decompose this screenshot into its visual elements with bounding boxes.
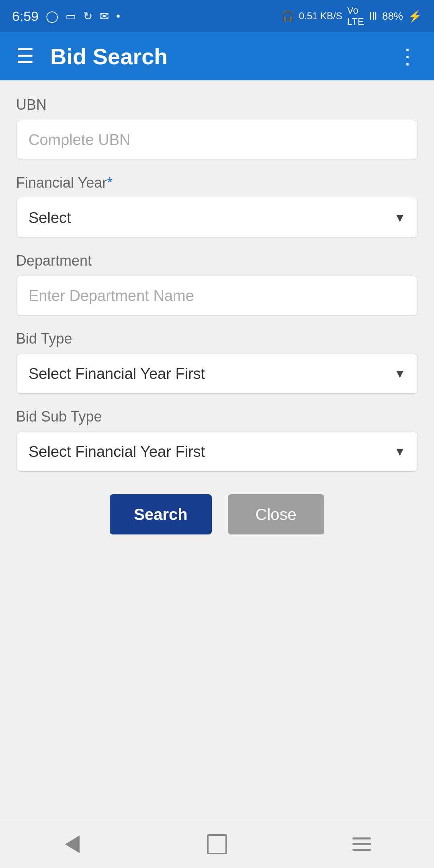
app-bar: ☰ Bid Search ⋮	[0, 32, 434, 80]
network-speed: 0.51 KB/S	[299, 11, 342, 21]
search-button[interactable]: Search	[110, 494, 211, 534]
bid-type-select[interactable]: Select Financial Year First	[16, 354, 418, 394]
menu-icon	[352, 837, 371, 851]
status-time: 6:59	[12, 8, 39, 24]
menu-button[interactable]	[342, 824, 382, 864]
ubn-input[interactable]	[16, 120, 418, 160]
bid-type-field-group: Bid Type Select Financial Year First ▼	[16, 330, 418, 394]
home-icon	[207, 834, 227, 854]
facebook-icon: ◯	[46, 10, 58, 23]
sync-icon: ↻	[83, 10, 92, 23]
bid-sub-type-select-wrapper: Select Financial Year First ▼	[16, 432, 418, 472]
financial-year-select-wrapper: Select 2024-25 2023-24 2022-23 2021-22 ▼	[16, 198, 418, 238]
status-left: 6:59 ◯ ▭ ↻ ✉ •	[12, 8, 120, 24]
financial-year-label: Financial Year*	[16, 174, 418, 191]
battery-level: 88%	[382, 10, 403, 23]
charging-icon: ⚡	[408, 10, 422, 23]
signal-bars: ⅠⅡ	[369, 10, 377, 23]
status-right: 🎧 0.51 KB/S VoLTE ⅠⅡ 88% ⚡	[281, 5, 422, 27]
ubn-field-group: UBN	[16, 96, 418, 160]
status-bar: 6:59 ◯ ▭ ↻ ✉ • 🎧 0.51 KB/S VoLTE ⅠⅡ 88% …	[0, 0, 434, 32]
hamburger-menu-icon[interactable]: ☰	[16, 46, 34, 66]
page-title: Bid Search	[50, 43, 397, 70]
ubn-label: UBN	[16, 96, 418, 113]
department-label: Department	[16, 252, 418, 269]
bid-type-select-wrapper: Select Financial Year First ▼	[16, 354, 418, 394]
buttons-row: Search Close	[16, 494, 418, 534]
main-content: UBN Financial Year* Select 2024-25 2023-…	[0, 80, 434, 685]
bid-sub-type-select[interactable]: Select Financial Year First	[16, 432, 418, 472]
financial-year-select[interactable]: Select 2024-25 2023-24 2022-23 2021-22	[16, 198, 418, 238]
bid-type-label: Bid Type	[16, 330, 418, 347]
financial-year-field-group: Financial Year* Select 2024-25 2023-24 2…	[16, 174, 418, 238]
required-star: *	[107, 174, 113, 191]
home-button[interactable]	[197, 824, 237, 864]
more-options-icon[interactable]: ⋮	[397, 44, 418, 68]
department-input[interactable]	[16, 276, 418, 316]
close-button[interactable]: Close	[228, 494, 324, 534]
bid-sub-type-field-group: Bid Sub Type Select Financial Year First…	[16, 408, 418, 472]
nav-bar	[0, 820, 434, 868]
mail-icon: ▭	[66, 10, 76, 23]
back-button[interactable]	[52, 824, 92, 864]
email-icon: ✉	[100, 10, 109, 23]
empty-space	[0, 685, 434, 820]
dot-icon: •	[116, 10, 120, 23]
vo-lte-label: VoLTE	[347, 5, 364, 27]
headphone-icon: 🎧	[281, 10, 294, 23]
back-icon	[65, 835, 80, 853]
department-field-group: Department	[16, 252, 418, 316]
bid-sub-type-label: Bid Sub Type	[16, 408, 418, 425]
